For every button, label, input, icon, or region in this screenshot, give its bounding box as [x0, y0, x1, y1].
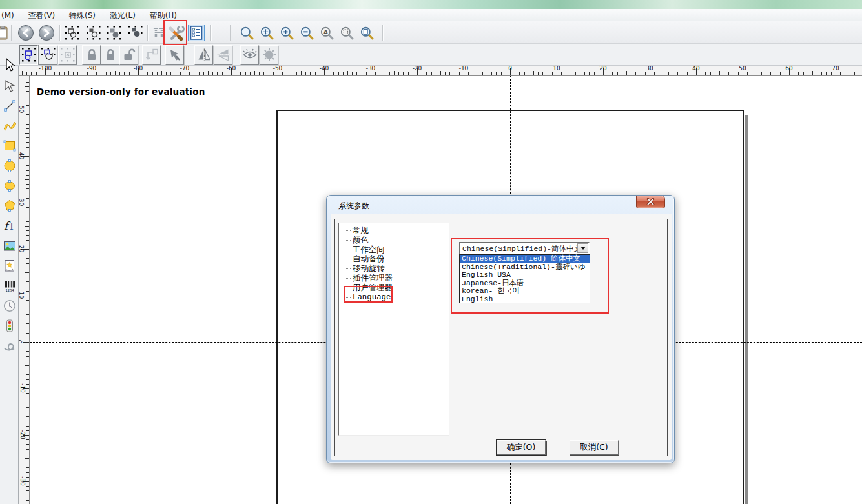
node-select-icon[interactable] — [63, 24, 81, 42]
node-fill-icon[interactable] — [105, 24, 123, 42]
node-dark-icon[interactable] — [127, 24, 145, 42]
zoom-out-icon[interactable] — [298, 24, 316, 42]
lock-icon[interactable] — [82, 45, 101, 65]
toolbar-separator — [147, 25, 149, 41]
rectangle-tool[interactable] — [1, 136, 18, 155]
barcode-tool[interactable]: 1234 — [1, 276, 18, 295]
menu-item-modify[interactable]: (M) — [0, 10, 20, 22]
vertical-ruler: -30-20-1001020304050 — [19, 76, 30, 504]
io-signal-tool[interactable] — [1, 316, 18, 335]
tree-item-autobackup[interactable]: 自动备份 — [339, 254, 449, 264]
dialog-title[interactable]: 系统参数 — [338, 201, 369, 212]
menu-item-laser[interactable]: 激光(L) — [104, 9, 141, 21]
unlock-icon[interactable] — [119, 45, 138, 65]
draw-toolbar: fI 1234 — [0, 66, 19, 504]
snap-corner-icon[interactable] — [142, 45, 161, 65]
tree-item-move-rotate[interactable]: 移动旋转 — [339, 264, 449, 274]
tree-item-plugin-manager[interactable]: 插件管理器 — [339, 274, 449, 283]
tree-item-workspace[interactable]: 工作空间 — [339, 245, 449, 255]
svg-text:1234: 1234 — [5, 288, 14, 292]
text-tool[interactable]: fI — [1, 216, 18, 235]
dialog-client-area: 常规 颜色 工作空间 自动备份 移动旋转 插件管理器 用户管理器 Languag… — [331, 214, 672, 460]
select-disabled-icon[interactable] — [58, 45, 77, 65]
annotation-box-language-combo — [451, 238, 609, 314]
node-add-icon[interactable] — [85, 24, 103, 42]
back-button[interactable] — [17, 24, 35, 42]
object-list-icon[interactable] — [188, 25, 205, 41]
toolbar-standard: H A — [0, 21, 862, 44]
menu-bar: (M) 查看(V) 特殊(S) 激光(L) 帮助(H) — [0, 9, 862, 21]
mirror-vertical-icon[interactable] — [194, 45, 213, 65]
zoom-window-icon[interactable] — [238, 24, 256, 42]
delay-tool[interactable] — [1, 296, 18, 315]
preview-2-icon[interactable] — [260, 45, 278, 65]
tree-item-general[interactable]: 常规 — [339, 226, 449, 236]
ellipse-tool[interactable] — [1, 156, 18, 175]
zoom-selected-icon[interactable] — [338, 24, 356, 42]
ok-button[interactable]: 确定(O) — [497, 440, 546, 455]
node-edit-tool[interactable] — [1, 76, 18, 95]
toolbar-separator — [230, 25, 231, 41]
system-parameters-dialog: 系统参数 常规 颜色 工作空间 自动备份 移动旋转 插件管理器 用户管理器 La… — [326, 195, 675, 463]
spiral-tool[interactable] — [1, 336, 18, 355]
toolbar-separator — [11, 25, 12, 41]
application-window: (M) 查看(V) 特殊(S) 激光(L) 帮助(H) H — [0, 0, 862, 504]
demo-watermark: Demo version-only for evaluation — [37, 86, 205, 97]
forward-button[interactable] — [37, 24, 56, 42]
vector-file-tool[interactable] — [1, 256, 18, 275]
line-tool[interactable] — [1, 96, 18, 115]
zoom-pan-icon[interactable] — [258, 24, 276, 42]
paste-icon[interactable] — [0, 24, 10, 42]
mirror-horizontal-icon[interactable] — [214, 45, 232, 65]
select-tool[interactable] — [1, 55, 18, 74]
page-shadow — [745, 115, 748, 504]
select-rotate-icon[interactable] — [39, 45, 57, 65]
zoom-all-icon[interactable]: A — [318, 24, 336, 42]
shape-cursor-icon[interactable] — [165, 45, 184, 65]
curve-tool[interactable] — [1, 116, 18, 135]
toolbar-separator — [59, 25, 61, 41]
close-button[interactable] — [636, 196, 665, 208]
zoom-in-icon[interactable] — [278, 24, 296, 42]
settings-tree: 常规 颜色 工作空间 自动备份 移动旋转 插件管理器 用户管理器 Languag… — [338, 223, 449, 436]
desktop-background-strip — [0, 0, 862, 9]
toolbar-separator — [210, 25, 212, 41]
preview-icon[interactable] — [240, 45, 259, 65]
bitmap-tool[interactable] — [1, 236, 18, 255]
svg-text:I: I — [10, 221, 14, 232]
toolbar-separator — [382, 25, 384, 41]
polygon-tool[interactable] — [1, 196, 18, 215]
annotation-box-language-item — [344, 286, 393, 303]
tree-item-color[interactable]: 颜色 — [339, 236, 449, 245]
zoom-page-icon[interactable] — [358, 24, 376, 42]
rounded-rect-tool[interactable] — [1, 176, 18, 195]
annotation-box-system-parameters — [163, 20, 187, 45]
toolbar-object — [0, 44, 862, 66]
menu-item-special[interactable]: 特殊(S) — [63, 9, 101, 21]
menu-item-view[interactable]: 查看(V) — [23, 9, 61, 21]
lock-2-icon[interactable] — [101, 45, 119, 65]
select-transform-icon[interactable] — [19, 45, 38, 65]
cancel-button[interactable]: 取消(C) — [570, 440, 619, 455]
close-icon — [646, 198, 655, 205]
svg-text:A: A — [323, 29, 328, 35]
horizontal-ruler: -100-90-80-70-60-50-40-30-20-10010203040… — [19, 66, 862, 76]
